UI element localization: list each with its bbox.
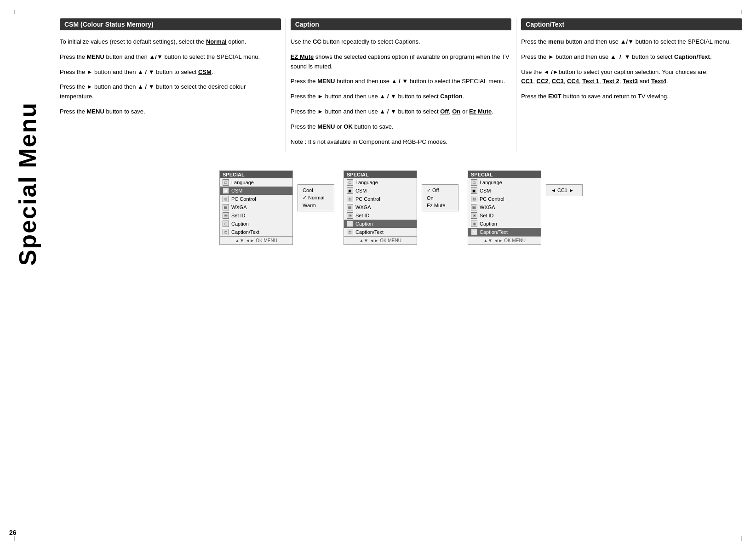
section-text-caption: Use the CC button repeatedly to select C… [291,37,512,147]
captiontext-para-1: Press the menu button and then use ▲/▼ b… [521,37,742,47]
mockup2-icon-pc-control: ⊟ [347,196,353,202]
mockup1-item-captiontext: ⊡ Caption/Text [220,228,292,236]
caption-para-6: Press the MENU or OK button to save. [291,122,512,132]
mockup2-sub-off: Off [427,187,453,194]
column-caption: Caption Use the CC button repeatedly to … [286,18,517,152]
section-header-caption: Caption [291,18,512,30]
mockup2-item-wxga: ▤ WXGA [344,203,417,211]
mockup3-item-captiontext: ⊡ Caption/Text [468,228,541,236]
mockup1-sub-warm: Warm [303,202,329,209]
section-header-caption-text: Caption/Text [521,18,742,30]
mockup3-label-pc-control: PC Control [480,196,504,202]
mockup3-label-wxga: WXGA [480,204,495,210]
mockup1-footer: ▲▼ ◄► OK MENU [220,236,292,244]
mockup3-icon-caption: ⊞ [471,221,477,227]
mockup2-icon-caption: ⊞ [347,221,353,227]
mockup1-icon-pc-control: ⊟ [223,196,229,202]
mockup1-item-caption: ⊞ Caption [220,220,292,228]
mockup3-label-language: Language [480,180,502,185]
main-content: CSM (Colour Status Memory) To initialize… [55,14,747,541]
csm-para-1: To initialize values (reset to default s… [60,37,281,47]
mockup2-label-pc-control: PC Control [355,196,380,202]
caption-para-3: Press the MENU button and then use ▲ / ▼… [291,77,512,86]
mockup2-footer: ▲▼ ◄► OK MENU [344,236,417,244]
caption-para-7: Note : It's not available in Component a… [291,137,512,147]
mockup2-label-csm: CSM [355,188,367,193]
mockup3-footer: ▲▼ ◄► OK MENU [468,236,541,244]
csm-para-5: Press the MENU button to save. [60,107,281,117]
mockup3-item-language: □ Language [468,178,541,187]
mockup3-icon-pc-control: ⊟ [471,196,477,202]
mockup2-icon-csm: ▣ [347,187,353,194]
caption-para-2: EZ Mute shows the selected captions opti… [291,52,512,72]
mockup3-sub-cc1: ◄ CC1 ► [551,187,578,194]
mockup1-icon-csm: ▣ [223,187,229,194]
mockup3-item-pc-control: ⊟ PC Control [468,195,541,203]
captiontext-para-3: Use the ◄ /►button to select your captio… [521,68,742,87]
mockup-panel-3: SPECIAL □ Language ▣ CSM ⊟ PC Control ▤ … [468,170,541,245]
mockup1-header: SPECIAL [220,171,292,178]
page-number: 26 [9,529,17,536]
column-caption-text: Caption/Text Press the menu button and t… [516,18,747,152]
mockup3-item-wxga: ▤ WXGA [468,203,541,211]
csm-para-4: Press the ► button and then ▲ / ▼ button… [60,82,281,102]
mockup2-item-captiontext: ⊡ Caption/Text [344,228,417,236]
mockups-row: SPECIAL □ Language ▣ CSM ⊟ PC Control ▤ … [55,166,747,245]
mockup3-item-csm: ▣ CSM [468,187,541,195]
mockup1-label-csm: CSM [231,188,242,193]
mockup2-item-setid: ✉ Set ID [344,211,417,220]
mockup1-icon-captiontext: ⊡ [223,229,229,235]
mockup3-header: SPECIAL [468,171,541,178]
mockup3-label-csm: CSM [480,188,491,193]
captiontext-para-4: Press the EXIT button to save and return… [521,92,742,102]
mockup1-item-csm: ▣ CSM [220,187,292,195]
mockup1-label-pc-control: PC Control [231,196,256,202]
mockup2-label-language: Language [355,180,378,185]
caption-para-4: Press the ► button and then use ▲ / ▼ bu… [291,92,512,102]
mockup2-label-setid: Set ID [355,213,370,218]
corner-mark-br: | [741,536,742,541]
mockup2-icon-wxga: ▤ [347,204,353,210]
corner-mark-bl: | [14,536,15,541]
column-csm: CSM (Colour Status Memory) To initialize… [55,18,286,152]
mockup2-sub-on: On [427,194,453,202]
mockup3-item-caption: ⊞ Caption [468,220,541,228]
section-text-caption-text: Press the menu button and then use ▲/▼ b… [521,37,742,102]
mockup2-submenu: Off On Ez Mute [422,184,458,211]
mockup1-label-setid: Set ID [231,213,246,218]
mockup1-icon-language: □ [223,179,229,186]
corner-mark-tl: | [14,9,15,14]
mockup2-icon-captiontext: ⊡ [347,229,353,235]
mockup1-label-language: Language [231,180,254,185]
section-header-csm: CSM (Colour Status Memory) [60,18,281,30]
mockup-container-2: SPECIAL □ Language ▣ CSM ⊟ PC Control ▤ … [344,170,458,245]
mockup2-label-captiontext: Caption/Text [355,229,384,235]
mockup1-label-caption: Caption [231,221,249,227]
mockup2-item-csm: ▣ CSM [344,187,417,195]
mockup3-label-setid: Set ID [480,213,494,218]
mockup3-icon-language: □ [471,179,477,186]
mockup1-item-pc-control: ⊟ PC Control [220,195,292,203]
mockup3-item-setid: ✉ Set ID [468,211,541,220]
mockup-container-1: SPECIAL □ Language ▣ CSM ⊟ PC Control ▤ … [219,170,334,245]
captiontext-para-2: Press the ► button and then use ▲ / ▼ bu… [521,52,742,62]
mockup1-icon-wxga: ▤ [223,204,229,210]
mockup2-item-language: □ Language [344,178,417,187]
mockup2-label-caption: Caption [355,221,373,227]
mockup2-icon-language: □ [347,179,353,186]
mockup-panel-2: SPECIAL □ Language ▣ CSM ⊟ PC Control ▤ … [344,170,417,245]
mockup1-item-wxga: ▤ WXGA [220,203,292,211]
mockup3-label-caption: Caption [480,221,497,227]
mockup2-icon-setid: ✉ [347,212,353,219]
mockup3-icon-wxga: ▤ [471,204,477,210]
mockup2-sub-ezmute: Ez Mute [427,202,453,209]
mockup3-icon-csm: ▣ [471,187,477,194]
mockup3-label-captiontext: Caption/Text [480,229,508,235]
mockup1-icon-caption: ⊞ [223,221,229,227]
section-text-csm: To initialize values (reset to default s… [60,37,281,117]
mockup1-sub-cool: Cool [303,187,329,194]
csm-para-3: Press the ► button and then ▲ / ▼ button… [60,68,281,77]
caption-para-1: Use the CC button repeatedly to select C… [291,37,512,47]
mockup3-submenu: ◄ CC1 ► [546,184,583,196]
mockup-container-3: SPECIAL □ Language ▣ CSM ⊟ PC Control ▤ … [468,170,583,245]
